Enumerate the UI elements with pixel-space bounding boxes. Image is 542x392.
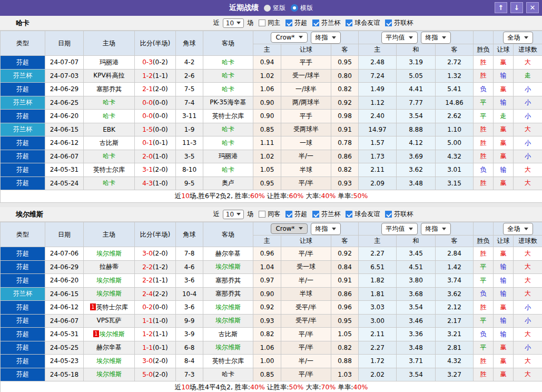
handicap-line: 受平/半 — [281, 314, 331, 328]
column-subheader: 客 — [436, 44, 474, 56]
handicap-line: 平/半 — [281, 177, 331, 190]
games-count-select[interactable]: 10 — [223, 18, 244, 28]
league-filter-checkbox[interactable] — [312, 211, 319, 218]
column-header: 日期 — [45, 222, 84, 247]
league-filter-checkbox[interactable] — [312, 19, 319, 26]
league-filter-checkbox[interactable] — [385, 211, 392, 218]
layout-vertical-radio[interactable]: 竖版 — [264, 4, 285, 13]
handicap-line: 平/半 — [281, 341, 331, 355]
handicap-odds-away: 0.82 — [331, 341, 359, 355]
column-subheader: 客 — [436, 236, 474, 247]
chevron-down-icon — [332, 228, 336, 230]
league-badge: 芬超 — [1, 136, 45, 150]
radio-unselected-icon — [264, 5, 271, 12]
league-filter-checkbox[interactable] — [346, 211, 352, 218]
table-row: 芬超24-06-20哈卡0-0(0-0)3-11英特士尔库0.90平手0.982… — [1, 110, 542, 123]
handicap-odds-away: 0.78 — [331, 136, 359, 150]
average-select[interactable]: 平均值 — [381, 32, 418, 44]
halftime-score: (1-0) — [153, 317, 168, 325]
away-team-name: 哈卡 — [222, 72, 234, 79]
corner-score: 8-10 — [176, 163, 203, 177]
away-team: 哈卡 — [203, 123, 253, 136]
away-team-name: 玛丽港 — [219, 152, 238, 160]
move-down-button[interactable]: ↓ — [510, 2, 523, 13]
result-goals: 大 — [514, 328, 542, 341]
home-team-name: 哈卡 — [103, 112, 115, 120]
league-filter-checkbox[interactable] — [285, 19, 292, 26]
column-subheader: 让球 — [281, 236, 331, 247]
games-count-select[interactable]: 10 — [223, 210, 244, 219]
column-header: 客场 — [203, 222, 253, 247]
table-row: 芬超24-05-18埃尔维斯5-0(2-0)7-3哈卡0.85平/半1.032.… — [1, 368, 542, 381]
section-divider — [0, 203, 542, 207]
fulltime-select-label: 全场 — [508, 33, 520, 42]
average-select-label: 平均值 — [386, 224, 405, 233]
result-winloss: 胜 — [474, 136, 494, 150]
league-filter-checkbox[interactable] — [285, 211, 292, 218]
result-winloss: 平 — [474, 96, 494, 110]
home-team-name: 英特士尔库 — [93, 166, 125, 173]
handicap-odds-away: 0.93 — [331, 177, 359, 190]
avg-odds-away: 2.17 — [436, 314, 474, 328]
avg-odds-away: 3.27 — [436, 368, 474, 381]
away-team: PK-35海辛基 — [203, 96, 253, 110]
games-count-value: 10 — [226, 211, 234, 218]
summary-fragment: 大率: — [303, 383, 321, 391]
layout-horizontal-radio[interactable]: 横版 — [291, 4, 313, 13]
summary-fragment: 单率: — [336, 192, 353, 200]
handicap-odds-away: 0.82 — [331, 163, 359, 177]
same-venue-checkbox[interactable] — [259, 211, 265, 218]
home-team: 哈卡 — [84, 110, 135, 123]
average-select[interactable]: 平均值 — [381, 223, 418, 235]
result-goals: 小 — [514, 136, 542, 150]
sections-container: 哈卡近10场同主芬超芬兰杯球会友谊芬联杯类型日期主场比分(半场)角球客场Crow… — [0, 16, 542, 392]
bookmaker-select[interactable]: Crow* — [271, 223, 307, 234]
league-filter-checkbox[interactable] — [346, 19, 352, 26]
halftime-score: (2-2) — [153, 290, 168, 298]
summary-row: 近10场,胜4平4负2, 胜率:40% 让胜率:50% 大率:70% 单率:40… — [1, 381, 542, 392]
odds-stage-select[interactable]: 终指 — [311, 223, 341, 235]
away-team-name: 埃尔维斯 — [215, 303, 241, 311]
odds-stage-select-2[interactable]: 终指 — [421, 223, 451, 235]
away-team: 赫尔辛基 — [203, 247, 253, 261]
away-team-name: 哈卡 — [222, 85, 234, 93]
away-team: 埃尔维斯 — [203, 314, 253, 328]
table-row: 芬超24-06-12古比斯0-1(0-1)11-3哈卡1.11一球0.781.5… — [1, 136, 542, 150]
team-name: 哈卡 — [16, 18, 29, 28]
home-team: 古比斯 — [84, 136, 135, 150]
fulltime-score: 5-0 — [142, 371, 153, 378]
bookmaker-select[interactable]: Crow* — [271, 32, 307, 43]
fulltime-score: 1-2 — [142, 330, 153, 338]
home-team: 哈卡 — [84, 150, 135, 163]
result-winloss: 负 — [474, 328, 494, 341]
table-row: 芬超24-05-311埃尔维斯1-2(1-1)3-9古比斯0.82平/半1.05… — [1, 328, 542, 341]
halftime-score: (0-0) — [153, 112, 168, 120]
fulltime-select[interactable]: 全场 — [503, 223, 533, 235]
close-button[interactable]: ✕ — [526, 2, 539, 13]
avg-odds-home: 1.82 — [359, 274, 397, 288]
odds-stage-select-2[interactable]: 终指 — [421, 32, 451, 44]
home-team: 哈卡 — [84, 96, 135, 110]
corner-score: 1-9 — [176, 123, 203, 136]
summary-text: 近10场,胜4平4负2, 胜率:40% 让胜率:50% 大率:70% 单率:40… — [1, 381, 542, 392]
chevron-down-icon — [524, 228, 528, 230]
match-score: 3-0(2-0) — [135, 355, 176, 368]
handicap-line: 平/半 — [281, 328, 331, 341]
match-score: 4-3(1-0) — [135, 177, 176, 190]
bookmaker-select-label: Crow* — [275, 225, 294, 232]
titlebar: 近期战绩 竖版 横版 ↑ ↓ ✕ — [0, 0, 542, 16]
handicap-odds-home: 0.96 — [253, 247, 281, 261]
chevron-down-icon — [299, 227, 303, 230]
fulltime-select[interactable]: 全场 — [503, 32, 533, 44]
match-score: 1-1(1-0) — [135, 314, 176, 328]
same-venue-checkbox[interactable] — [259, 19, 265, 26]
handicap-odds-away: 1.03 — [331, 368, 359, 381]
halftime-score: (1-0) — [153, 153, 168, 160]
fulltime-score: 4-3 — [142, 180, 153, 187]
move-up-button[interactable]: ↑ — [495, 2, 507, 13]
chevron-down-icon — [299, 36, 303, 38]
home-team: 埃尔维斯 — [84, 355, 135, 368]
odds-stage-select[interactable]: 终指 — [311, 32, 341, 44]
avg-odds-away: 2.84 — [436, 247, 474, 261]
league-filter-checkbox[interactable] — [385, 19, 392, 26]
